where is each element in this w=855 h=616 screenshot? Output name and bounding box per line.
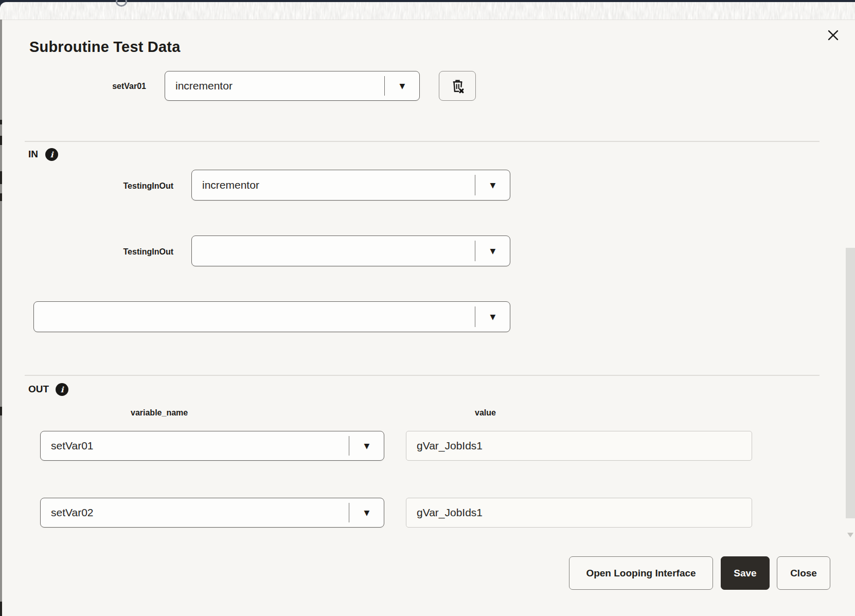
section-divider [25, 141, 820, 142]
open-looping-interface-button[interactable]: Open Looping Interface [569, 556, 713, 590]
dropdown-value: incrementor [175, 71, 382, 100]
dropdown-value: incrementor [202, 170, 473, 200]
noise-texture-band [0, 2, 855, 20]
chevron-down-icon[interactable]: ▼ [385, 71, 419, 100]
trash-x-icon [450, 78, 466, 94]
dropdown-separator [349, 503, 350, 522]
chevron-down-icon[interactable]: ▼ [476, 170, 510, 200]
dropdown-separator [475, 241, 476, 261]
out-row-2-variable-dropdown[interactable]: setVar02 ▼ [40, 498, 384, 528]
in-row-2-dropdown[interactable]: ▼ [191, 235, 510, 266]
close-dialog-button[interactable]: Close [777, 556, 830, 590]
dropdown-value [202, 236, 473, 266]
chevron-down-icon[interactable]: ▼ [350, 498, 384, 527]
subroutine-row-label: setVar01 [72, 81, 146, 91]
in-row-2-label: TestingInOut [76, 247, 173, 257]
save-button[interactable]: Save [721, 556, 770, 590]
section-divider [25, 375, 820, 376]
dropdown-separator [349, 436, 350, 456]
close-icon [826, 28, 840, 42]
dropdown-separator [475, 306, 476, 327]
dropdown-separator [475, 175, 476, 195]
dropdown-separator [384, 76, 385, 96]
column-header-variable-name: variable_name [131, 408, 188, 418]
chevron-down-icon[interactable]: ▼ [350, 431, 384, 460]
out-section-heading: OUT [28, 383, 49, 396]
scrollbar-thumb[interactable] [846, 248, 855, 518]
scrollbar-down-arrow-icon[interactable] [847, 533, 853, 537]
subroutine-test-data-dialog: Subroutine Test Data setVar01 incremento… [0, 0, 855, 616]
dropdown-value [44, 302, 473, 332]
out-row-2-value-input[interactable] [406, 498, 752, 528]
info-icon[interactable]: i [45, 148, 58, 161]
column-header-value: value [475, 408, 496, 418]
in-section-heading: IN [28, 148, 38, 161]
out-row-1-variable-dropdown[interactable]: setVar01 ▼ [40, 431, 384, 461]
dropdown-value: setVar01 [51, 431, 347, 460]
left-edge-sliver [0, 20, 2, 616]
close-button[interactable] [824, 26, 842, 44]
subroutine-dropdown[interactable]: incrementor ▼ [165, 71, 420, 101]
in-row-3-dropdown[interactable]: ▼ [33, 301, 510, 332]
dropdown-value: setVar02 [51, 498, 347, 527]
in-row-1-label: TestingInOut [76, 181, 173, 191]
delete-row-button[interactable] [439, 71, 476, 101]
in-row-1-dropdown[interactable]: incrementor ▼ [191, 170, 510, 201]
chevron-down-icon[interactable]: ▼ [476, 236, 510, 266]
page-title: Subroutine Test Data [29, 38, 181, 56]
info-icon[interactable]: i [56, 383, 68, 396]
chevron-down-icon[interactable]: ▼ [476, 302, 510, 332]
out-row-1-value-input[interactable] [406, 431, 752, 461]
